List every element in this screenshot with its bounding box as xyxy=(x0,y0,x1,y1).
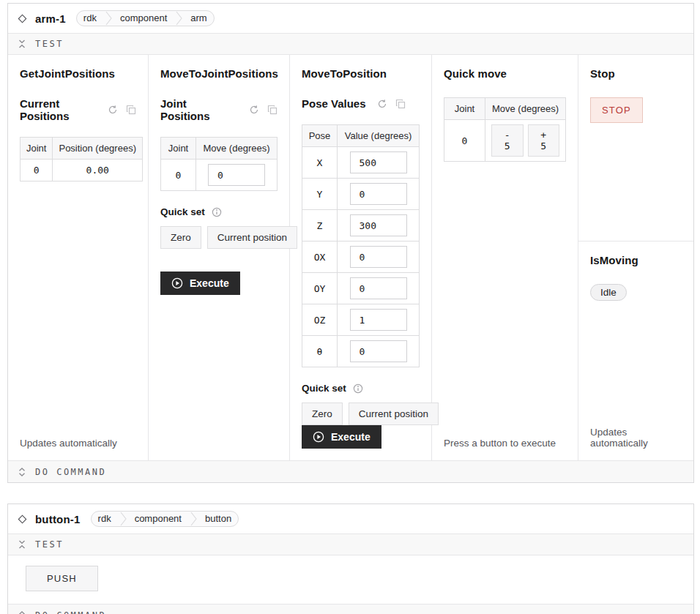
current-position-button[interactable]: Current position xyxy=(207,226,297,249)
minus-5-button[interactable]: - 5 xyxy=(491,124,524,157)
button-card: button-1 rdk component button TEST PUSH xyxy=(7,503,694,614)
play-icon xyxy=(171,277,183,289)
pose-z-input[interactable] xyxy=(350,214,407,236)
execute-button-label: Execute xyxy=(331,431,371,443)
method-title: GetJointPositions xyxy=(20,67,136,80)
method-title: MoveToPosition xyxy=(302,67,420,80)
info-icon[interactable] xyxy=(212,207,222,217)
position-value-cell: 0.00 xyxy=(53,160,143,181)
table-row: 0 xyxy=(161,160,278,191)
breadcrumb-chevron-icon xyxy=(174,10,184,26)
breadcrumb: rdk component arm xyxy=(76,10,215,26)
pose-ox-input[interactable] xyxy=(350,246,407,268)
method-title: Stop xyxy=(590,67,682,80)
breadcrumb-chevron-icon xyxy=(103,10,113,26)
auto-update-note: Updates automatically xyxy=(20,438,136,449)
table-row: 0 0.00 xyxy=(21,160,143,181)
column-header: Move (degrees) xyxy=(485,98,566,120)
arm-card-header: arm-1 rdk component arm xyxy=(8,4,693,33)
arm-card: arm-1 rdk component arm TEST GetJointPos… xyxy=(7,3,694,483)
pose-row-oz: OZ xyxy=(302,304,420,336)
arm-test-section-bar[interactable]: TEST xyxy=(8,33,693,55)
is-moving-panel: IsMoving Idle Updates automatically xyxy=(578,242,693,460)
idle-status-badge: Idle xyxy=(590,284,627,301)
pose-oy-input[interactable] xyxy=(350,277,407,299)
page: arm-1 rdk component arm TEST GetJointPos… xyxy=(0,0,700,614)
refresh-icon[interactable] xyxy=(108,105,118,115)
breadcrumb-segment: arm xyxy=(184,11,213,26)
button-do-command-section-bar[interactable]: DO COMMAND xyxy=(8,604,693,614)
pose-row-x: X xyxy=(302,147,420,179)
quick-move-table: Joint Move (degrees) 0 - 5 + 5 xyxy=(444,97,566,162)
breadcrumb-segment: component xyxy=(113,11,174,26)
quick-set-label: Quick set xyxy=(302,383,346,394)
current-position-button[interactable]: Current position xyxy=(349,403,439,425)
pose-x-input[interactable] xyxy=(350,151,407,173)
stop-panel: Stop STOP xyxy=(578,55,693,242)
breadcrumb-segment: rdk xyxy=(92,512,118,526)
copy-icon[interactable] xyxy=(126,105,136,115)
breadcrumb-chevron-icon xyxy=(118,511,128,527)
quick-move-panel: Quick move Joint Move (degrees) 0 - 5 + … xyxy=(432,55,578,460)
method-title: Quick move xyxy=(444,67,566,80)
component-diamond-icon xyxy=(17,13,28,24)
component-diamond-icon xyxy=(17,514,28,525)
refresh-icon[interactable] xyxy=(377,99,387,109)
auto-update-note: Updates automatically xyxy=(590,427,682,449)
move-to-joint-positions-panel: MoveToJointPositions Joint Positions Joi… xyxy=(149,55,290,460)
table-subtitle: Pose Values xyxy=(302,97,366,110)
joint-move-input[interactable] xyxy=(208,164,265,186)
play-icon xyxy=(313,431,324,443)
stop-button[interactable]: STOP xyxy=(590,97,643,123)
move-to-position-panel: MoveToPosition Pose Values Pose xyxy=(290,55,432,460)
execute-button[interactable]: Execute xyxy=(302,425,381,449)
pose-row-z: Z xyxy=(302,210,420,242)
zero-button[interactable]: Zero xyxy=(302,403,343,425)
plus-5-button[interactable]: + 5 xyxy=(528,124,560,157)
pose-label-cell: OX xyxy=(302,242,338,273)
refresh-icon[interactable] xyxy=(249,105,259,115)
pose-y-input[interactable] xyxy=(350,183,407,205)
info-icon[interactable] xyxy=(353,383,363,394)
copy-icon[interactable] xyxy=(395,99,406,109)
method-title: IsMoving xyxy=(590,254,682,266)
joint-index-cell: 0 xyxy=(444,120,485,162)
pose-oz-input[interactable] xyxy=(350,309,407,331)
pose-row-ox: OX xyxy=(302,242,420,273)
breadcrumb-chevron-icon xyxy=(188,511,198,527)
execute-button-label: Execute xyxy=(190,277,229,289)
column-header: Move (degrees) xyxy=(196,138,278,160)
collapse-icon xyxy=(18,540,26,549)
zero-button[interactable]: Zero xyxy=(160,226,201,249)
button-card-header: button-1 rdk component button xyxy=(8,504,693,533)
button-test-content: PUSH xyxy=(8,555,693,604)
expand-icon xyxy=(18,468,26,476)
copy-icon[interactable] xyxy=(267,105,278,115)
quick-set-label: Quick set xyxy=(160,206,205,217)
arm-do-command-section-bar[interactable]: DO COMMAND xyxy=(8,460,693,482)
pose-label-cell: Y xyxy=(302,179,338,210)
pose-label-cell: OZ xyxy=(302,304,338,336)
joint-index-cell: 0 xyxy=(161,160,196,191)
execute-button[interactable]: Execute xyxy=(160,272,240,295)
breadcrumb-segment: component xyxy=(128,512,188,526)
stop-ismoving-panel: Stop STOP IsMoving Idle Updates automati… xyxy=(578,55,693,460)
current-positions-table: Joint Position (degrees) 0 0.00 xyxy=(20,137,143,181)
column-header: Value (degrees) xyxy=(338,125,420,147)
breadcrumb-segment: button xyxy=(198,512,238,526)
breadcrumb: rdk component button xyxy=(91,511,239,527)
button-test-section-bar[interactable]: TEST xyxy=(8,533,693,555)
pose-label-cell: X xyxy=(302,147,338,179)
method-title: MoveToJointPositions xyxy=(160,67,278,80)
pose-label-cell: θ xyxy=(302,336,338,367)
pose-theta-input[interactable] xyxy=(350,340,407,362)
push-button[interactable]: PUSH xyxy=(26,566,98,591)
table-subtitle: Current Positions xyxy=(20,97,97,122)
breadcrumb-segment: rdk xyxy=(77,11,103,26)
get-joint-positions-panel: GetJointPositions Current Positions Join… xyxy=(8,55,149,460)
button-test-section-label: TEST xyxy=(35,539,64,550)
pose-values-table: Pose Value (degrees) X Y Z xyxy=(302,124,420,367)
pose-label-cell: OY xyxy=(302,273,338,304)
component-title: arm-1 xyxy=(35,12,66,25)
column-header: Position (degrees) xyxy=(53,138,143,160)
